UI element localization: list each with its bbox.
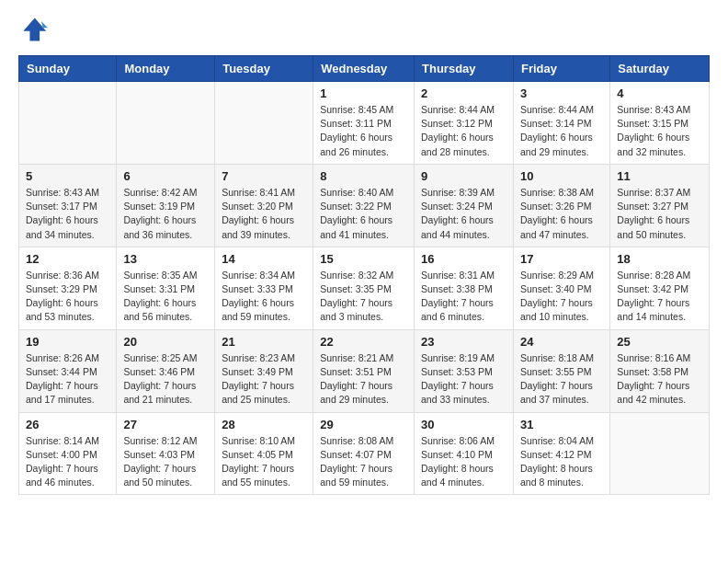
day-number: 21: [222, 335, 306, 349]
day-number: 12: [26, 252, 109, 266]
calendar-cell: [117, 82, 215, 165]
calendar-cell: 24Sunrise: 8:18 AM Sunset: 3:55 PM Dayli…: [513, 329, 609, 412]
day-number: 24: [520, 335, 603, 349]
calendar-cell: 13Sunrise: 8:35 AM Sunset: 3:31 PM Dayli…: [117, 247, 215, 329]
header: [18, 15, 710, 44]
day-info: Sunrise: 8:12 AM Sunset: 4:03 PM Dayligh…: [123, 434, 208, 490]
calendar-week-row: 1Sunrise: 8:45 AM Sunset: 3:11 PM Daylig…: [19, 82, 710, 165]
calendar-cell: 19Sunrise: 8:26 AM Sunset: 3:44 PM Dayli…: [19, 329, 117, 412]
calendar-cell: 18Sunrise: 8:28 AM Sunset: 3:42 PM Dayli…: [610, 247, 710, 329]
calendar-cell: 7Sunrise: 8:41 AM Sunset: 3:20 PM Daylig…: [215, 164, 313, 247]
calendar-cell: 29Sunrise: 8:08 AM Sunset: 4:07 PM Dayli…: [313, 412, 415, 495]
calendar-week-row: 12Sunrise: 8:36 AM Sunset: 3:29 PM Dayli…: [19, 247, 710, 329]
calendar-cell: 10Sunrise: 8:38 AM Sunset: 3:26 PM Dayli…: [513, 164, 609, 247]
day-info: Sunrise: 8:37 AM Sunset: 3:27 PM Dayligh…: [617, 186, 702, 242]
day-number: 18: [617, 252, 702, 266]
day-number: 1: [320, 86, 407, 100]
calendar-cell: 16Sunrise: 8:31 AM Sunset: 3:38 PM Dayli…: [415, 247, 514, 329]
day-number: 9: [421, 169, 506, 183]
calendar-cell: 5Sunrise: 8:43 AM Sunset: 3:17 PM Daylig…: [19, 164, 117, 247]
calendar-cell: 22Sunrise: 8:21 AM Sunset: 3:51 PM Dayli…: [313, 329, 415, 412]
day-info: Sunrise: 8:43 AM Sunset: 3:17 PM Dayligh…: [26, 186, 109, 242]
day-info: Sunrise: 8:04 AM Sunset: 4:12 PM Dayligh…: [520, 434, 603, 490]
day-info: Sunrise: 8:14 AM Sunset: 4:00 PM Dayligh…: [26, 434, 109, 490]
day-number: 28: [222, 418, 306, 431]
day-info: Sunrise: 8:18 AM Sunset: 3:55 PM Dayligh…: [520, 351, 603, 408]
calendar-cell: 1Sunrise: 8:45 AM Sunset: 3:11 PM Daylig…: [313, 82, 415, 165]
day-info: Sunrise: 8:08 AM Sunset: 4:07 PM Dayligh…: [320, 434, 407, 490]
day-info: Sunrise: 8:10 AM Sunset: 4:05 PM Dayligh…: [222, 434, 306, 490]
calendar-cell: 6Sunrise: 8:42 AM Sunset: 3:19 PM Daylig…: [117, 164, 215, 247]
day-number: 14: [222, 252, 306, 266]
day-number: 29: [320, 418, 407, 431]
day-number: 17: [520, 252, 603, 266]
day-info: Sunrise: 8:42 AM Sunset: 3:19 PM Dayligh…: [123, 186, 208, 242]
calendar-cell: 8Sunrise: 8:40 AM Sunset: 3:22 PM Daylig…: [313, 164, 415, 247]
day-number: 20: [123, 335, 208, 349]
calendar-header-friday: Friday: [513, 56, 609, 82]
calendar-table: SundayMondayTuesdayWednesdayThursdayFrid…: [18, 55, 710, 495]
calendar-cell: [19, 82, 117, 165]
day-info: Sunrise: 8:36 AM Sunset: 3:29 PM Dayligh…: [26, 269, 109, 325]
calendar-header-thursday: Thursday: [415, 56, 514, 82]
day-number: 31: [520, 418, 603, 431]
day-info: Sunrise: 8:39 AM Sunset: 3:24 PM Dayligh…: [421, 186, 506, 242]
logo-icon: [18, 15, 48, 44]
calendar-cell: 15Sunrise: 8:32 AM Sunset: 3:35 PM Dayli…: [313, 247, 415, 329]
day-number: 3: [520, 86, 603, 100]
day-info: Sunrise: 8:44 AM Sunset: 3:14 PM Dayligh…: [520, 103, 603, 159]
day-info: Sunrise: 8:45 AM Sunset: 3:11 PM Dayligh…: [320, 103, 407, 159]
day-number: 26: [26, 418, 109, 431]
calendar-week-row: 5Sunrise: 8:43 AM Sunset: 3:17 PM Daylig…: [19, 164, 710, 247]
calendar-cell: 23Sunrise: 8:19 AM Sunset: 3:53 PM Dayli…: [415, 329, 514, 412]
day-number: 22: [320, 335, 407, 349]
calendar-header-saturday: Saturday: [610, 56, 710, 82]
calendar-cell: 25Sunrise: 8:16 AM Sunset: 3:58 PM Dayli…: [610, 329, 710, 412]
day-info: Sunrise: 8:23 AM Sunset: 3:49 PM Dayligh…: [222, 351, 306, 408]
calendar-cell: 27Sunrise: 8:12 AM Sunset: 4:03 PM Dayli…: [117, 412, 215, 495]
calendar-week-row: 26Sunrise: 8:14 AM Sunset: 4:00 PM Dayli…: [19, 412, 710, 495]
day-info: Sunrise: 8:41 AM Sunset: 3:20 PM Dayligh…: [222, 186, 306, 242]
calendar-header-monday: Monday: [117, 56, 215, 82]
day-info: Sunrise: 8:44 AM Sunset: 3:12 PM Dayligh…: [421, 103, 506, 159]
day-info: Sunrise: 8:38 AM Sunset: 3:26 PM Dayligh…: [520, 186, 603, 242]
day-info: Sunrise: 8:06 AM Sunset: 4:10 PM Dayligh…: [421, 434, 506, 490]
calendar-cell: 9Sunrise: 8:39 AM Sunset: 3:24 PM Daylig…: [415, 164, 514, 247]
day-number: 6: [123, 169, 208, 183]
calendar-header-row: SundayMondayTuesdayWednesdayThursdayFrid…: [19, 56, 710, 82]
day-info: Sunrise: 8:25 AM Sunset: 3:46 PM Dayligh…: [123, 351, 208, 408]
calendar-cell: 28Sunrise: 8:10 AM Sunset: 4:05 PM Dayli…: [215, 412, 313, 495]
day-number: 30: [421, 418, 506, 431]
day-number: 25: [617, 335, 702, 349]
calendar-cell: [610, 412, 710, 495]
day-info: Sunrise: 8:40 AM Sunset: 3:22 PM Dayligh…: [320, 186, 407, 242]
day-number: 7: [222, 169, 306, 183]
day-info: Sunrise: 8:16 AM Sunset: 3:58 PM Dayligh…: [617, 351, 702, 408]
calendar-week-row: 19Sunrise: 8:26 AM Sunset: 3:44 PM Dayli…: [19, 329, 710, 412]
calendar-cell: 2Sunrise: 8:44 AM Sunset: 3:12 PM Daylig…: [415, 82, 514, 165]
calendar-cell: 31Sunrise: 8:04 AM Sunset: 4:12 PM Dayli…: [513, 412, 609, 495]
calendar-header-sunday: Sunday: [19, 56, 117, 82]
calendar-cell: 26Sunrise: 8:14 AM Sunset: 4:00 PM Dayli…: [19, 412, 117, 495]
day-info: Sunrise: 8:29 AM Sunset: 3:40 PM Dayligh…: [520, 269, 603, 325]
day-info: Sunrise: 8:32 AM Sunset: 3:35 PM Dayligh…: [320, 269, 407, 325]
calendar-cell: [215, 82, 313, 165]
day-number: 19: [26, 335, 109, 349]
day-info: Sunrise: 8:34 AM Sunset: 3:33 PM Dayligh…: [222, 269, 306, 325]
day-number: 23: [421, 335, 506, 349]
page: SundayMondayTuesdayWednesdayThursdayFrid…: [0, 0, 728, 513]
day-number: 13: [123, 252, 208, 266]
day-number: 2: [421, 86, 506, 100]
day-number: 16: [421, 252, 506, 266]
calendar-cell: 12Sunrise: 8:36 AM Sunset: 3:29 PM Dayli…: [19, 247, 117, 329]
day-info: Sunrise: 8:28 AM Sunset: 3:42 PM Dayligh…: [617, 269, 702, 325]
day-info: Sunrise: 8:31 AM Sunset: 3:38 PM Dayligh…: [421, 269, 506, 325]
calendar-cell: 30Sunrise: 8:06 AM Sunset: 4:10 PM Dayli…: [415, 412, 514, 495]
calendar-cell: 11Sunrise: 8:37 AM Sunset: 3:27 PM Dayli…: [610, 164, 710, 247]
day-number: 8: [320, 169, 407, 183]
calendar-cell: 3Sunrise: 8:44 AM Sunset: 3:14 PM Daylig…: [513, 82, 609, 165]
calendar-cell: 17Sunrise: 8:29 AM Sunset: 3:40 PM Dayli…: [513, 247, 609, 329]
calendar-cell: 14Sunrise: 8:34 AM Sunset: 3:33 PM Dayli…: [215, 247, 313, 329]
day-number: 11: [617, 169, 702, 183]
svg-marker-0: [23, 18, 46, 41]
